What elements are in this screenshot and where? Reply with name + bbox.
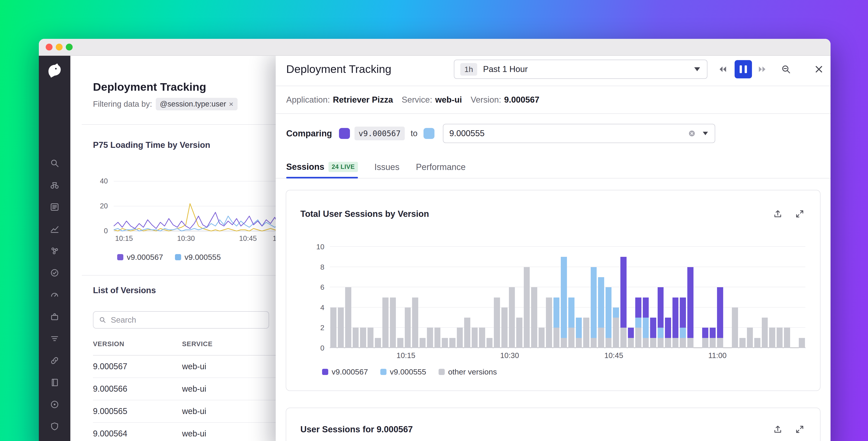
search-input[interactable] bbox=[111, 315, 264, 324]
legend-item[interactable]: v9.000555 bbox=[380, 368, 426, 376]
bar bbox=[561, 257, 567, 348]
fast-forward-icon bbox=[757, 64, 767, 74]
export-chart-button[interactable] bbox=[772, 423, 783, 435]
skip-back-button[interactable] bbox=[715, 62, 730, 77]
expand-icon bbox=[795, 209, 805, 219]
time-range-selector[interactable]: 1h Past 1 Hour bbox=[454, 60, 707, 79]
filter-pill[interactable]: @session.type:user × bbox=[156, 98, 238, 110]
legend-item[interactable]: v9.000555 bbox=[175, 253, 221, 262]
bar bbox=[754, 338, 761, 348]
sidebar-apm-icon[interactable] bbox=[48, 288, 61, 302]
app-info-bar: Application: Retriever Pizza Service: we… bbox=[276, 86, 831, 114]
tab-sessions[interactable]: Sessions 24 LIVE bbox=[286, 162, 358, 178]
zoom-out-button[interactable] bbox=[778, 61, 794, 77]
versions-list-title: List of Versions bbox=[93, 286, 156, 295]
window-titlebar bbox=[39, 39, 831, 56]
bar bbox=[635, 297, 642, 348]
bar bbox=[650, 318, 656, 348]
version-cell: 9.000565 bbox=[93, 407, 182, 416]
legend-label: v9.000567 bbox=[332, 368, 368, 376]
legend-swatch bbox=[175, 254, 181, 260]
sidebar-notebooks-icon[interactable] bbox=[48, 376, 61, 389]
clear-selection-icon[interactable] bbox=[688, 129, 696, 138]
sidebar-security-icon[interactable] bbox=[48, 419, 61, 433]
bar bbox=[330, 307, 337, 348]
card-actions bbox=[772, 423, 805, 435]
expand-chart-button[interactable] bbox=[794, 423, 805, 435]
sidebar-ci-pipelines-icon[interactable] bbox=[48, 354, 61, 368]
legend-item[interactable]: v9.000567 bbox=[117, 253, 163, 262]
time-range-label: Past 1 Hour bbox=[483, 64, 528, 74]
sidebar-watchdog-icon[interactable] bbox=[48, 398, 61, 411]
tab-performance[interactable]: Performance bbox=[416, 162, 466, 178]
close-panel-button[interactable] bbox=[811, 61, 827, 77]
p75-y-labels: 02040 bbox=[84, 163, 110, 242]
version-label: Version: bbox=[470, 95, 501, 105]
page-title: Deployment Tracking bbox=[93, 81, 206, 93]
bar bbox=[501, 307, 507, 348]
legend-label: v9.000555 bbox=[390, 368, 426, 376]
chevron-down-icon[interactable] bbox=[702, 131, 709, 136]
tab-issues[interactable]: Issues bbox=[374, 162, 400, 178]
sidebar-binoculars-icon[interactable] bbox=[48, 178, 61, 192]
zoom-window-button[interactable] bbox=[66, 43, 73, 51]
to-label: to bbox=[411, 129, 417, 138]
expand-icon bbox=[795, 424, 805, 434]
sessions-bar-plot: 024681010:1510:3010:4511:00 bbox=[330, 247, 805, 348]
datadog-logo-icon[interactable] bbox=[45, 61, 64, 81]
version-cell: 9.000566 bbox=[93, 384, 182, 394]
bar bbox=[375, 338, 381, 348]
legend-swatch bbox=[439, 369, 445, 375]
sidebar-search-icon[interactable] bbox=[48, 156, 61, 170]
service-value: web-ui bbox=[435, 95, 462, 105]
bar bbox=[576, 318, 582, 348]
bar bbox=[710, 328, 716, 348]
sidebar-integrations-icon[interactable] bbox=[48, 310, 61, 324]
export-chart-button[interactable] bbox=[772, 208, 783, 219]
legend-item[interactable]: other versions bbox=[439, 368, 497, 376]
column-header-version: VERSION bbox=[93, 340, 182, 348]
version-value: 9.000567 bbox=[504, 95, 539, 105]
bar bbox=[628, 328, 634, 348]
bar bbox=[747, 328, 753, 348]
bar bbox=[606, 287, 612, 348]
bar bbox=[457, 328, 463, 348]
p75-chart-title: P75 Loading Time by Version bbox=[93, 140, 210, 150]
sidebar-processes-icon[interactable] bbox=[48, 244, 61, 258]
minimize-window-button[interactable] bbox=[56, 43, 63, 51]
deployment-tracking-side-panel: Deployment Tracking 1h Past 1 Hour bbox=[276, 56, 831, 441]
close-window-button[interactable] bbox=[46, 43, 53, 51]
filter-label: Filtering data by: bbox=[93, 99, 152, 109]
versions-search-box bbox=[93, 311, 269, 329]
filter-pill-text: @session.type:user bbox=[160, 99, 226, 108]
remove-filter-icon[interactable]: × bbox=[229, 99, 234, 109]
app-window: Deployment Tracking Filtering data by: @… bbox=[39, 39, 831, 441]
v9000567-color-swatch bbox=[339, 128, 350, 139]
service-label: Service: bbox=[402, 95, 432, 105]
svg-text:10:30: 10:30 bbox=[177, 234, 195, 242]
application-value: Retriever Pizza bbox=[333, 95, 393, 105]
bar bbox=[487, 338, 493, 348]
compare-version-select[interactable]: 9.000555 bbox=[443, 124, 715, 143]
compare-left-version: v9.000567 bbox=[354, 126, 405, 140]
pause-button[interactable] bbox=[735, 60, 752, 78]
sidebar-logs-icon[interactable] bbox=[48, 332, 61, 346]
main-content: Deployment Tracking Filtering data by: @… bbox=[70, 56, 831, 441]
sidebar-events-icon[interactable] bbox=[48, 200, 61, 214]
legend-item[interactable]: v9.000567 bbox=[322, 368, 368, 376]
expand-chart-button[interactable] bbox=[794, 208, 805, 219]
bar bbox=[516, 318, 522, 348]
bar bbox=[338, 307, 344, 348]
skip-forward-button[interactable] bbox=[755, 62, 770, 77]
bar bbox=[442, 338, 448, 348]
bar bbox=[620, 257, 626, 348]
application-info: Application: Retriever Pizza bbox=[286, 95, 393, 105]
sidebar-monitors-icon[interactable] bbox=[48, 266, 61, 280]
bar bbox=[472, 328, 478, 348]
bar bbox=[673, 297, 679, 348]
bar bbox=[449, 338, 456, 348]
sidebar-metrics-icon[interactable] bbox=[48, 222, 61, 236]
bar bbox=[479, 328, 485, 348]
legend-label: v9.000555 bbox=[185, 253, 221, 262]
legend-label: v9.000567 bbox=[127, 253, 163, 262]
